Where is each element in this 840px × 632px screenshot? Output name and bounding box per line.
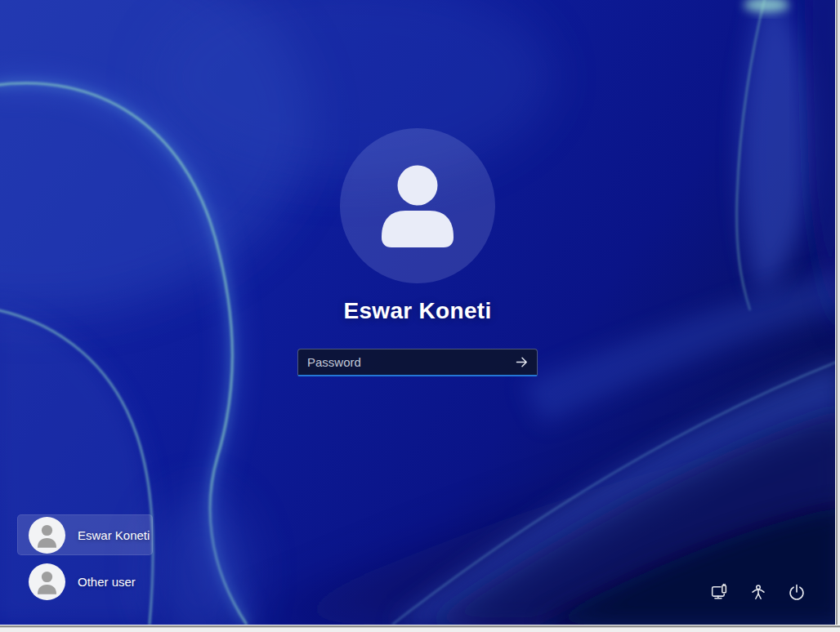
- accessibility-icon: [748, 582, 769, 603]
- user-tile-eswar-koneti[interactable]: Eswar Koneti: [17, 514, 153, 555]
- user-avatar-small: [29, 563, 65, 600]
- person-icon: [29, 563, 65, 600]
- user-tile-other-user[interactable]: Other user: [17, 561, 153, 602]
- user-avatar-small: [29, 517, 65, 554]
- system-tray: [704, 576, 813, 609]
- password-input[interactable]: [298, 349, 506, 375]
- accessibility-button[interactable]: [742, 576, 775, 609]
- arrow-right-icon: [513, 354, 530, 371]
- password-field-container: [297, 349, 538, 376]
- power-button[interactable]: [780, 576, 813, 609]
- user-tile-label: Other user: [78, 575, 136, 589]
- password-submit-button[interactable]: [506, 349, 537, 375]
- person-icon: [340, 128, 495, 283]
- signed-in-user-name: Eswar Koneti: [0, 298, 835, 324]
- desktop-area: Eswar Koneti Eswar Koneti: [0, 0, 835, 625]
- network-icon: [709, 582, 731, 603]
- user-tile-label: Eswar Koneti: [78, 528, 150, 542]
- window-border-right: [835, 0, 840, 625]
- power-icon: [786, 582, 807, 603]
- window-border-bottom: [0, 625, 840, 632]
- windows-login-screen: Eswar Koneti Eswar Koneti: [0, 0, 840, 632]
- network-button[interactable]: [704, 576, 736, 609]
- person-icon: [29, 517, 65, 554]
- user-avatar-large: [340, 128, 495, 283]
